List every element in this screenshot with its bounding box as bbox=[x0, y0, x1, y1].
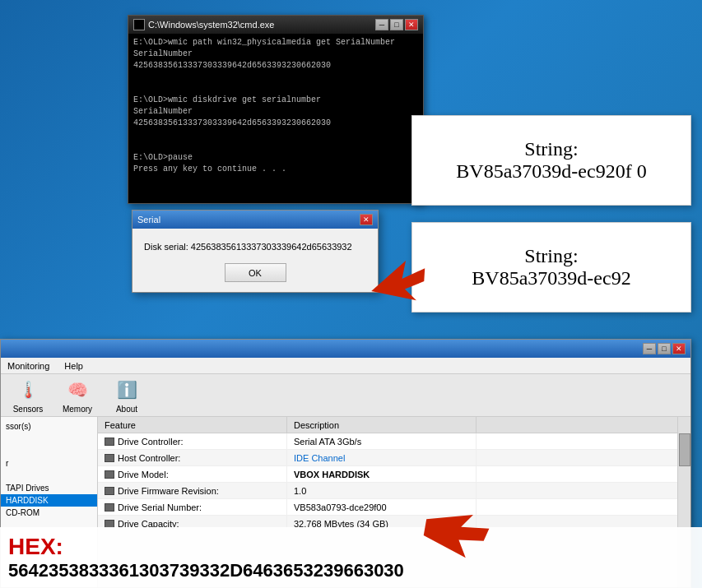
string-box-2: String:BV85a37039d-ec92 bbox=[411, 222, 691, 313]
dialog-title-text: Serial bbox=[137, 215, 160, 225]
hwinfo-titlebar: ─ □ ✕ bbox=[1, 340, 690, 358]
cmd-maximize-button[interactable]: □ bbox=[390, 19, 403, 30]
dialog-ok-button[interactable]: OK bbox=[225, 263, 286, 282]
hwinfo-toolbar: 🌡️ Sensors 🧠 Memory ℹ️ About bbox=[1, 374, 690, 417]
red-arrow-2 bbox=[420, 508, 494, 569]
string-text-2: String:BV85a37039d-ec92 bbox=[472, 245, 630, 289]
sensors-icon: 🌡️ bbox=[15, 377, 41, 403]
memory-label: Memory bbox=[63, 405, 92, 414]
table-row: Drive Controller: Serial ATA 3Gb/s bbox=[98, 433, 677, 450]
hwinfo-maximize-button[interactable]: □ bbox=[658, 343, 671, 354]
cmd-icon bbox=[133, 19, 145, 30]
hwinfo-window-controls: ─ □ ✕ bbox=[643, 343, 686, 354]
dialog-message: Disk serial: 42563835613337303339642d656… bbox=[144, 242, 366, 252]
td-desc-hostcontroller[interactable]: IDE Channel bbox=[287, 450, 477, 465]
hex-value: 5642353833361303739332D6463653239663030 bbox=[8, 560, 404, 581]
table-rows: Drive Controller: Serial ATA 3Gb/s Host … bbox=[98, 433, 677, 532]
cmd-title: C:\Windows\system32\cmd.exe bbox=[133, 19, 274, 30]
cmd-window-controls: ─ □ ✕ bbox=[375, 19, 418, 30]
sidebar-item-harddisk[interactable]: HARDDISK bbox=[1, 494, 97, 507]
th-feature: Feature bbox=[98, 417, 287, 433]
td-feature-serialnum: Drive Serial Number: bbox=[98, 499, 287, 515]
table-row: Drive Model: VBOX HARDDISK bbox=[98, 466, 677, 483]
cmd-content: E:\OLD>wmic path win32_physicalmedia get… bbox=[133, 37, 418, 175]
dialog-close-button[interactable]: ✕ bbox=[360, 214, 373, 225]
dialog-ok-row: OK bbox=[144, 263, 366, 282]
td-feature-drivemodel: Drive Model: bbox=[98, 466, 287, 482]
sidebar-item-2[interactable] bbox=[1, 433, 97, 445]
table-header: Feature Description bbox=[98, 417, 677, 433]
menu-monitoring[interactable]: Monitoring bbox=[4, 360, 53, 372]
cmd-close-button[interactable]: ✕ bbox=[405, 19, 418, 30]
sidebar-item-r[interactable]: r bbox=[1, 457, 97, 470]
hex-label: HEX: bbox=[8, 534, 63, 559]
drive-icon bbox=[105, 503, 114, 512]
cmd-window: C:\Windows\system32\cmd.exe ─ □ ✕ E:\OLD… bbox=[128, 15, 424, 204]
about-label: About bbox=[116, 405, 137, 414]
menu-help[interactable]: Help bbox=[61, 360, 86, 372]
sensors-label: Sensors bbox=[13, 405, 44, 414]
sidebar-item-3[interactable] bbox=[1, 445, 97, 457]
drive-icon bbox=[105, 438, 114, 446]
drive-icon bbox=[105, 454, 114, 462]
td-desc-drivecontroller: Serial ATA 3Gb/s bbox=[287, 433, 477, 449]
about-icon: ℹ️ bbox=[114, 377, 140, 403]
red-arrow-1 bbox=[366, 259, 432, 312]
td-feature-drivecontroller: Drive Controller: bbox=[98, 433, 287, 449]
dialog-body: Disk serial: 42563835613337303339642d656… bbox=[132, 229, 378, 292]
hex-text-area: HEX: 5642353833361303739332D646365323966… bbox=[0, 527, 702, 588]
drive-icon bbox=[105, 520, 114, 528]
string-box-1: String:BV85a37039d-ec920f 0 bbox=[411, 115, 691, 206]
sidebar-item-cdrom[interactable]: CD-ROM bbox=[1, 507, 97, 519]
sidebar-item-5[interactable] bbox=[1, 470, 97, 482]
sidebar-item-tapi[interactable]: TAPI Drives bbox=[1, 482, 97, 494]
string-text-1: String:BV85a37039d-ec920f 0 bbox=[456, 138, 646, 183]
drive-icon bbox=[105, 470, 114, 479]
hwinfo-close-button[interactable]: ✕ bbox=[672, 343, 686, 354]
hwinfo-menubar: Monitoring Help bbox=[1, 358, 690, 374]
cmd-body: E:\OLD>wmic path win32_physicalmedia get… bbox=[128, 34, 423, 203]
toolbar-sensors-button[interactable]: 🌡️ Sensors bbox=[7, 377, 49, 414]
cmd-title-text: C:\Windows\system32\cmd.exe bbox=[148, 20, 274, 30]
serial-dialog: Serial ✕ Disk serial: 425638356133373033… bbox=[132, 210, 379, 293]
cmd-titlebar: C:\Windows\system32\cmd.exe ─ □ ✕ bbox=[128, 16, 423, 34]
dialog-titlebar: Serial ✕ bbox=[132, 211, 378, 229]
hwinfo-minimize-button[interactable]: ─ bbox=[643, 343, 656, 354]
th-description: Description bbox=[287, 417, 477, 433]
table-row: Host Controller: IDE Channel bbox=[98, 450, 677, 466]
memory-icon: 🧠 bbox=[64, 377, 91, 403]
svg-marker-1 bbox=[421, 508, 491, 561]
toolbar-about-button[interactable]: ℹ️ About bbox=[106, 377, 147, 414]
cmd-minimize-button[interactable]: ─ bbox=[375, 19, 388, 30]
table-row: Drive Serial Number: VB583a0793-dce29f00 bbox=[98, 499, 677, 516]
toolbar-memory-button[interactable]: 🧠 Memory bbox=[57, 377, 98, 414]
table-row: Drive Firmware Revision: 1.0 bbox=[98, 483, 677, 499]
drive-icon bbox=[105, 487, 114, 495]
td-feature-hostcontroller: Host Controller: bbox=[98, 450, 287, 465]
td-desc-firmware: 1.0 bbox=[287, 483, 477, 498]
sidebar-item-processor[interactable]: ssor(s) bbox=[1, 420, 97, 433]
dialog-window-controls: ✕ bbox=[360, 214, 373, 225]
svg-marker-0 bbox=[366, 259, 432, 308]
td-desc-drivemodel: VBOX HARDDISK bbox=[287, 466, 477, 482]
td-feature-firmware: Drive Firmware Revision: bbox=[98, 483, 287, 498]
scrollbar-thumb[interactable] bbox=[679, 433, 690, 466]
